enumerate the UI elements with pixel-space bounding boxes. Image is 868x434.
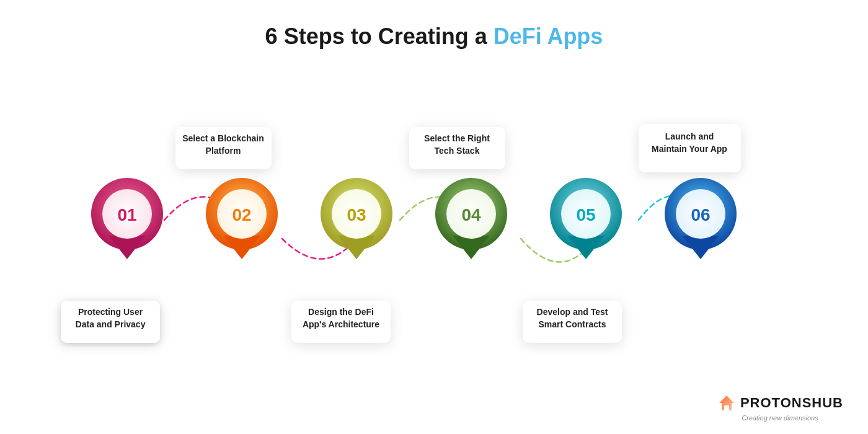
step-2-icon: 02 (206, 178, 278, 259)
logo-icon (717, 393, 737, 413)
svg-text:05: 05 (576, 205, 595, 224)
step-3-icon: 03 (321, 178, 392, 259)
logo-subtitle: Creating new dimensions (742, 414, 818, 422)
svg-text:App's Architecture: App's Architecture (303, 319, 379, 329)
svg-text:01: 01 (117, 205, 136, 224)
background-svg: 01 Protecting User Data and Privacy 02 S… (0, 62, 868, 409)
svg-text:Maintain Your App: Maintain Your App (652, 144, 727, 154)
main-content: 01 Protecting User Data and Privacy 02 S… (0, 62, 868, 409)
svg-text:Platform: Platform (206, 146, 241, 156)
svg-text:Launch and: Launch and (665, 131, 714, 141)
page-title: 6 Steps to Creating a DeFi Apps (0, 0, 868, 50)
svg-text:Develop and Test: Develop and Test (537, 307, 608, 317)
svg-text:04: 04 (461, 205, 481, 224)
step-5-icon: 05 (550, 178, 622, 259)
title-prefix: 6 Steps to Creating a (265, 24, 494, 49)
svg-text:02: 02 (232, 205, 251, 224)
logo-name: PROTONSHUB (740, 395, 843, 411)
svg-text:Select the Right: Select the Right (424, 133, 490, 143)
logo: PROTONSHUB Creating new dimensions (717, 393, 843, 422)
svg-text:06: 06 (691, 205, 710, 224)
svg-text:Smart Contracts: Smart Contracts (539, 319, 606, 329)
svg-text:Protecting User: Protecting User (78, 307, 143, 317)
svg-text:Design the DeFi: Design the DeFi (308, 307, 374, 317)
svg-text:03: 03 (347, 205, 366, 224)
svg-text:Data and Privacy: Data and Privacy (76, 319, 146, 329)
svg-text:Tech Stack: Tech Stack (435, 146, 480, 156)
svg-marker-43 (719, 396, 734, 410)
title-highlight: DeFi Apps (494, 24, 603, 49)
step-1-icon: 01 (91, 178, 163, 259)
svg-text:Select a Blockchain: Select a Blockchain (182, 133, 264, 143)
step-4-icon: 04 (435, 178, 507, 259)
step-6-icon: 06 (665, 178, 737, 259)
